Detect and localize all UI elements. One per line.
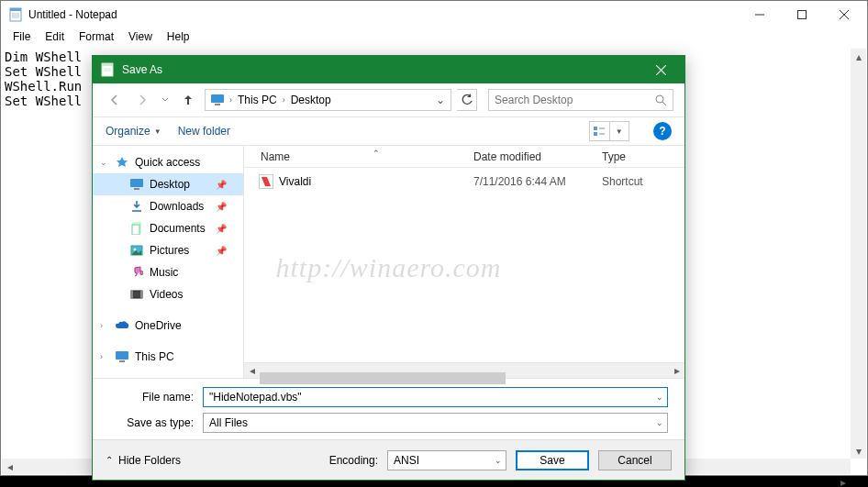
- onedrive-icon: [115, 318, 129, 333]
- sidebar-quick-access[interactable]: ⌄ Quick access: [93, 151, 243, 173]
- pictures-icon: [129, 243, 144, 258]
- scroll-down-icon[interactable]: ▾: [851, 443, 866, 459]
- sidebar-item-videos[interactable]: Videos: [93, 283, 243, 305]
- sidebar-label: OneDrive: [135, 319, 182, 332]
- sidebar-thispc[interactable]: › This PC: [93, 346, 243, 368]
- file-row[interactable]: Vivaldi 7/11/2016 6:44 AM Shortcut: [244, 172, 684, 192]
- organize-button[interactable]: Organize▼: [106, 125, 161, 138]
- notepad-vscrollbar[interactable]: ▴ ▾: [851, 49, 866, 459]
- saveas-title: Save As: [122, 63, 640, 76]
- file-type: Shortcut: [602, 175, 684, 188]
- menu-edit[interactable]: Edit: [39, 28, 71, 47]
- savetype-combo[interactable]: All Files ⌄: [203, 413, 668, 433]
- sidebar-item-pictures[interactable]: Pictures 📌: [93, 239, 243, 261]
- chevron-right-icon[interactable]: ›: [228, 95, 234, 105]
- nav-forward-button[interactable]: [131, 89, 153, 111]
- nav-back-button[interactable]: [104, 89, 126, 111]
- pin-icon: 📌: [216, 224, 227, 234]
- menu-file[interactable]: File: [6, 28, 37, 47]
- chevron-down-icon[interactable]: ⌄: [656, 418, 663, 427]
- chevron-down-icon[interactable]: ⌄: [495, 456, 502, 465]
- hide-folders-button[interactable]: ⌃Hide Folders: [106, 454, 181, 467]
- address-dropdown[interactable]: ⌄: [432, 94, 449, 106]
- pin-icon: 📌: [216, 246, 227, 256]
- menu-format[interactable]: Format: [72, 28, 120, 47]
- savetype-label: Save as type:: [109, 416, 203, 429]
- svg-rect-34: [119, 360, 125, 362]
- column-type[interactable]: Type: [602, 150, 684, 163]
- svg-rect-27: [132, 225, 139, 235]
- svg-rect-32: [140, 291, 142, 298]
- sidebar-item-desktop[interactable]: Desktop 📌: [93, 173, 243, 195]
- savetype-value: All Files: [209, 416, 248, 429]
- scroll-up-icon[interactable]: ▴: [851, 49, 866, 64]
- refresh-button[interactable]: [457, 89, 477, 111]
- chevron-right-icon[interactable]: ›: [281, 95, 287, 105]
- minimize-button[interactable]: [739, 1, 781, 28]
- sidebar-item-documents[interactable]: Documents 📌: [93, 217, 243, 239]
- file-hscrollbar[interactable]: ◂ ▸: [244, 362, 684, 378]
- scroll-left-icon[interactable]: ◂: [2, 459, 17, 474]
- videos-icon: [129, 287, 144, 302]
- svg-rect-31: [131, 291, 133, 298]
- file-list[interactable]: Vivaldi 7/11/2016 6:44 AM Shortcut: [244, 168, 684, 362]
- filename-combo[interactable]: ⌄: [203, 387, 668, 407]
- encoding-label: Encoding:: [329, 454, 378, 467]
- notepad-icon: [100, 62, 115, 77]
- view-icon: [590, 122, 610, 140]
- search-box[interactable]: [488, 89, 673, 111]
- pin-icon: 📌: [216, 202, 227, 212]
- search-input[interactable]: [495, 94, 654, 106]
- column-name[interactable]: Name⌃: [244, 150, 473, 163]
- column-headers: Name⌃ Date modified Type: [244, 146, 684, 168]
- expand-icon[interactable]: ›: [100, 321, 103, 330]
- explorer-body: ⌄ Quick access Desktop 📌 Downloads 📌 Doc…: [93, 146, 684, 378]
- breadcrumb-folder[interactable]: Desktop: [287, 94, 335, 106]
- notepad-icon: [8, 7, 23, 22]
- new-folder-button[interactable]: New folder: [178, 125, 230, 138]
- dialog-close-button[interactable]: [640, 57, 681, 83]
- filename-input[interactable]: [209, 391, 662, 404]
- view-mode-button[interactable]: ▼: [589, 121, 629, 141]
- svg-rect-1: [10, 8, 21, 11]
- cancel-button[interactable]: Cancel: [598, 450, 672, 470]
- address-bar[interactable]: › This PC › Desktop ⌄: [205, 89, 451, 111]
- dialog-footer: ⌃Hide Folders Encoding: ANSI ⌄ Save Canc…: [93, 439, 684, 480]
- svg-rect-33: [116, 351, 128, 360]
- chevron-down-icon[interactable]: ⌄: [656, 393, 663, 402]
- notepad-title: Untitled - Notepad: [28, 8, 739, 21]
- scroll-right-icon[interactable]: ▸: [835, 474, 851, 487]
- save-button[interactable]: Save: [516, 450, 589, 470]
- scroll-right-icon[interactable]: ▸: [669, 363, 684, 379]
- sidebar-item-music[interactable]: Music: [93, 261, 243, 283]
- sidebar-onedrive[interactable]: › OneDrive: [93, 315, 243, 337]
- expand-icon[interactable]: ›: [100, 352, 103, 361]
- documents-icon: [129, 221, 144, 236]
- maximize-button[interactable]: [781, 1, 823, 28]
- svg-line-18: [662, 102, 666, 105]
- column-date[interactable]: Date modified: [473, 150, 602, 163]
- close-button[interactable]: [823, 1, 865, 28]
- sort-asc-icon: ⌃: [373, 149, 380, 158]
- desktop-icon: [209, 92, 226, 108]
- svg-rect-23: [130, 179, 143, 187]
- svg-point-29: [134, 249, 137, 251]
- sidebar-item-downloads[interactable]: Downloads 📌: [93, 195, 243, 217]
- menu-view[interactable]: View: [122, 28, 159, 47]
- breadcrumb-thispc[interactable]: This PC: [234, 94, 281, 106]
- dialog-toolbar: Organize▼ New folder ▼ ?: [93, 116, 684, 146]
- nav-row: › This PC › Desktop ⌄: [93, 83, 684, 116]
- chevron-down-icon: ▼: [610, 122, 629, 140]
- expand-icon[interactable]: ⌄: [100, 158, 107, 167]
- sidebar-item-label: Pictures: [150, 244, 189, 257]
- help-button[interactable]: ?: [653, 122, 672, 140]
- scrollbar-thumb[interactable]: [260, 372, 506, 384]
- nav-up-button[interactable]: [177, 89, 199, 111]
- saveas-titlebar[interactable]: Save As: [93, 56, 684, 83]
- encoding-combo[interactable]: ANSI ⌄: [387, 450, 506, 470]
- menu-help[interactable]: Help: [161, 28, 196, 47]
- nav-recent-dropdown[interactable]: [159, 89, 172, 111]
- svg-rect-19: [594, 127, 597, 130]
- scroll-left-icon[interactable]: ◂: [244, 363, 260, 379]
- svg-rect-15: [211, 94, 224, 103]
